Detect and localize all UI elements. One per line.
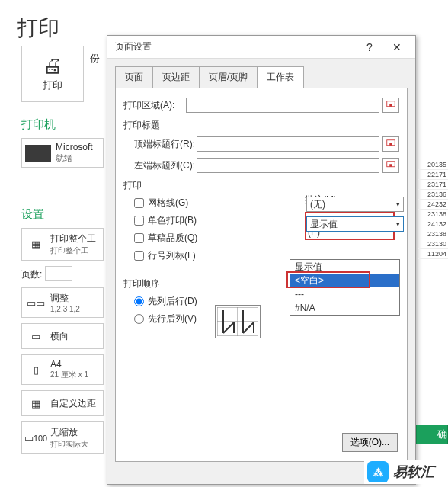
- left-col-picker[interactable]: [382, 158, 399, 173]
- errors-dropdown[interactable]: 显示值 <空白> --- #N/A: [290, 259, 400, 316]
- print-area-label: 打印区域(A):: [123, 99, 186, 112]
- over-then-down-radio[interactable]: [134, 314, 144, 324]
- left-col-input[interactable]: [197, 158, 379, 173]
- margins-icon: ▦: [26, 395, 46, 412]
- printer-select[interactable]: Microsoft 就绪: [21, 138, 104, 168]
- setting-papersize[interactable]: ▯ A421 厘米 x 1: [21, 354, 104, 385]
- print-titles-group: 打印标题: [123, 119, 399, 132]
- top-row-label: 顶端标题行(R):: [134, 138, 197, 151]
- grid-icon: ▦: [26, 236, 46, 253]
- down-then-over-radio[interactable]: [134, 296, 144, 306]
- svg-rect-1: [389, 104, 392, 107]
- page-icon: ▯: [26, 361, 46, 378]
- ok-button[interactable]: 确: [416, 425, 448, 444]
- dialog-title: 页面设置: [112, 40, 356, 53]
- chevron-down-icon: ▾: [396, 220, 400, 228]
- setting-collate[interactable]: ▭▭ 调整1,2,3 1,2: [21, 287, 104, 318]
- tab-page[interactable]: 页面: [115, 66, 153, 88]
- printer-section: 打印机: [21, 117, 105, 132]
- preview-peek: 2013522171231712313624232231382413223138…: [418, 160, 448, 259]
- printer-icon: 🖨: [36, 56, 69, 75]
- order-preview-icon: [215, 305, 261, 338]
- watermark-logo: ⁂ 易软汇: [364, 460, 437, 484]
- options-button[interactable]: 选项(O)...: [342, 433, 398, 452]
- logo-icon: ⁂: [367, 461, 389, 482]
- printer-device-icon: [25, 145, 51, 162]
- rowcol-checkbox[interactable]: [134, 251, 144, 261]
- left-col-label: 左端标题列(C):: [134, 159, 197, 172]
- setting-print-what[interactable]: ▦ 打印整个工打印整个工: [21, 228, 104, 261]
- tab-sheet[interactable]: 工作表: [257, 66, 304, 88]
- pages-row: 页数:: [21, 266, 105, 281]
- setting-margins[interactable]: ▦ 自定义边距: [21, 390, 104, 416]
- pages-from-input[interactable]: [45, 266, 72, 281]
- svg-rect-5: [389, 164, 392, 167]
- print-area-picker[interactable]: [382, 98, 399, 113]
- errors-option-blank[interactable]: <空白>: [290, 274, 399, 287]
- print-area-input[interactable]: [186, 98, 379, 113]
- tab-margins[interactable]: 页边距: [152, 66, 200, 88]
- setting-scaling[interactable]: ▭100 无缩放打印实际大: [21, 421, 104, 454]
- draft-checkbox[interactable]: [134, 233, 144, 243]
- svg-rect-3: [389, 143, 392, 146]
- scaling-icon: ▭100: [26, 430, 46, 447]
- errors-select[interactable]: 显示值▾: [306, 216, 404, 232]
- print-button[interactable]: 🖨 打印: [21, 46, 84, 102]
- copies-label: 份: [90, 52, 100, 66]
- errors-option-display[interactable]: 显示值: [290, 260, 399, 274]
- gridlines-checkbox[interactable]: [134, 198, 144, 208]
- landscape-icon: ▭: [26, 328, 46, 344]
- top-row-input[interactable]: [197, 136, 379, 152]
- errors-option-dashes[interactable]: ---: [290, 287, 399, 301]
- tab-headerfooter[interactable]: 页眉/页脚: [199, 66, 258, 88]
- help-button[interactable]: ?: [356, 37, 383, 58]
- collate-icon: ▭▭: [26, 294, 46, 311]
- setting-orientation[interactable]: ▭ 横向: [21, 323, 104, 349]
- close-button[interactable]: ✕: [383, 37, 411, 58]
- chevron-down-icon: ▾: [396, 200, 400, 208]
- top-row-picker[interactable]: [382, 136, 399, 152]
- print-group: 打印: [123, 179, 399, 192]
- bw-checkbox[interactable]: [134, 216, 144, 226]
- errors-option-na[interactable]: #N/A: [290, 301, 399, 315]
- comments-select[interactable]: (无)▾: [306, 197, 404, 212]
- settings-section: 设置: [21, 207, 105, 222]
